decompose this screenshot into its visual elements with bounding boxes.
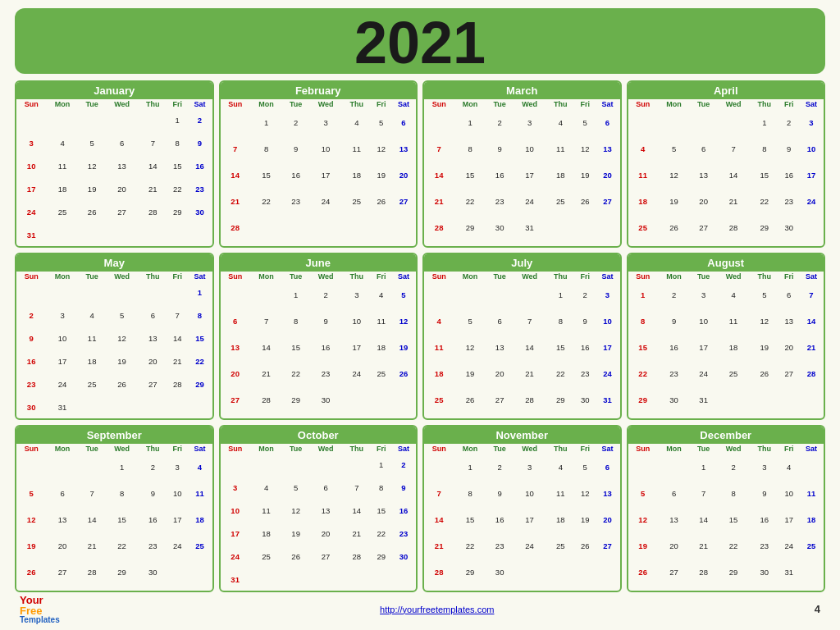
table-row: 24252627282930 [16,200,212,223]
day-cell [575,214,596,240]
day-cell: 16 [309,334,342,360]
footer: Your Free Templates http://yourfreetempl… [15,592,825,623]
table-row: 25262728293031 [424,386,620,413]
day-cell: 20 [596,162,620,188]
day-cell [309,454,342,477]
day-cell: 14 [690,506,717,532]
day-cell: 14 [514,334,546,360]
day-cell [391,240,416,246]
day-cell: 7 [424,480,454,506]
day-cell [514,585,546,591]
footer-link[interactable]: http://yourfreetemplates.com [380,605,494,614]
day-cell: 2 [16,304,46,327]
day-cell: 1 [167,109,188,132]
table-row: 17181920212223 [221,522,417,545]
day-cell: 22 [282,360,309,386]
day-cell: 29 [282,386,309,413]
table-row [424,413,620,418]
day-cell: 28 [139,200,167,223]
logo-your: Your [20,595,60,605]
day-header-sun: Sun [221,272,250,281]
day-cell: 2 [575,281,596,308]
day-cell [342,454,371,477]
day-cell [188,395,212,418]
day-cell: 22 [250,188,282,214]
day-cell [596,585,620,591]
day-cell: 25 [79,372,106,395]
table-row: 2345678 [16,304,212,327]
day-cell: 17 [167,506,188,532]
day-cell: 15 [106,506,139,532]
day-cell: 19 [16,532,46,559]
day-cell [628,413,658,418]
month-name-july: July [424,254,620,272]
day-cell: 6 [486,308,514,334]
day-cell [309,240,342,246]
day-cell [658,454,690,480]
day-cell [690,240,717,246]
day-cell: 16 [575,334,596,360]
day-cell: 26 [454,386,486,413]
day-cell: 19 [371,162,391,188]
day-cell: 15 [282,334,309,360]
table-row [628,240,824,246]
day-cell: 20 [221,360,250,386]
day-cell [391,413,416,418]
day-cell: 20 [391,162,416,188]
day-cell: 15 [546,334,575,360]
day-header-sun: Sun [16,99,46,109]
day-cell: 21 [79,532,106,559]
day-cell [717,585,750,591]
day-cell: 17 [799,162,824,188]
day-cell: 3 [309,109,342,135]
day-cell: 15 [167,155,188,178]
table-row: 13141516171819 [221,334,417,360]
day-cell: 25 [46,200,78,223]
day-header-thu: Thu [139,99,167,109]
day-cell: 20 [690,188,717,214]
day-cell [546,240,575,246]
table-row: 1234567 [628,281,824,308]
day-cell: 19 [658,188,690,214]
month-block-january: JanuarySunMonTueWedThuFriSat123456789101… [15,80,214,248]
day-cell: 23 [750,532,778,559]
day-cell [514,281,546,308]
day-cell: 29 [188,372,212,395]
day-cell: 16 [486,162,514,188]
day-cell: 24 [514,188,546,214]
day-cell: 1 [282,281,309,308]
day-cell [778,240,799,246]
day-cell: 26 [575,532,596,559]
month-table-september: SunMonTueWedThuFriSat1234567891011121314… [16,444,212,591]
day-cell: 11 [628,162,658,188]
day-cell: 2 [717,454,750,480]
day-cell: 25 [628,214,658,240]
day-cell: 26 [750,360,778,386]
day-cell: 8 [106,480,139,506]
day-header-wed: Wed [309,444,342,454]
day-header-sat: Sat [799,99,824,109]
day-cell: 27 [486,386,514,413]
table-row: 78910111213 [424,480,620,506]
day-cell [371,214,391,240]
table-row [628,585,824,591]
day-cell: 23 [391,522,416,545]
day-cell: 31 [16,223,46,246]
day-cell: 18 [188,506,212,532]
day-cell: 6 [391,109,416,135]
day-cell: 20 [46,532,78,559]
day-cell [309,214,342,240]
table-row: 567891011 [628,480,824,506]
day-cell [575,413,596,418]
table-row: 16171819202122 [16,349,212,372]
day-cell: 13 [106,155,139,178]
day-cell [454,413,486,418]
day-cell [424,281,454,308]
day-cell [250,413,282,418]
day-header-wed: Wed [514,272,546,281]
day-cell: 11 [342,135,371,162]
day-cell: 1 [250,109,282,135]
day-cell: 3 [799,109,824,135]
day-cell: 16 [778,162,799,188]
day-cell: 15 [250,162,282,188]
